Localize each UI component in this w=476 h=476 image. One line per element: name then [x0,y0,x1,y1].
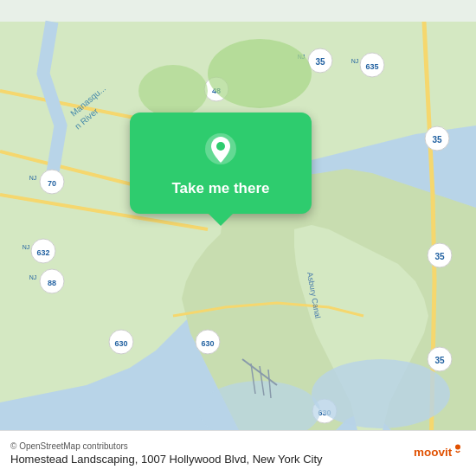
take-me-there-button[interactable]: Take me there [164,177,276,201]
svg-text:630: 630 [114,339,127,348]
svg-text:NJ: NJ [29,175,37,181]
svg-text:635: 635 [365,62,378,71]
location-card: Take me there [130,113,312,214]
svg-text:70: 70 [48,179,56,188]
svg-point-44 [455,445,460,450]
copyright-text: © OpenStreetMap contributors [10,441,414,451]
svg-text:35: 35 [315,57,325,67]
svg-text:35: 35 [434,356,445,365]
moovit-logo: moovit [414,438,466,469]
location-pin-icon [202,130,240,168]
address-text: Homestead Landscaping, 1007 Hollywood Bl… [10,453,414,466]
svg-text:35: 35 [432,135,442,145]
svg-point-42 [216,142,225,151]
svg-text:35: 35 [434,252,445,261]
svg-text:NJ: NJ [23,244,30,250]
svg-text:632: 632 [36,248,49,257]
svg-text:NJ: NJ [351,58,359,64]
svg-text:88: 88 [48,279,56,287]
svg-point-30 [208,39,312,108]
bottom-bar: © OpenStreetMap contributors Homestead L… [0,430,476,476]
svg-text:moovit: moovit [414,446,453,459]
map-container: 35 70 88 630 630 48 35 35 35 630 NJ NJ N… [0,0,476,476]
bottom-info: © OpenStreetMap contributors Homestead L… [10,441,414,466]
moovit-icon: moovit [414,438,466,469]
svg-text:630: 630 [201,339,214,348]
map-background: 35 70 88 630 630 48 35 35 35 630 NJ NJ N… [0,0,476,476]
svg-text:NJ: NJ [29,274,37,280]
svg-point-35 [312,359,450,428]
svg-point-31 [138,65,208,117]
